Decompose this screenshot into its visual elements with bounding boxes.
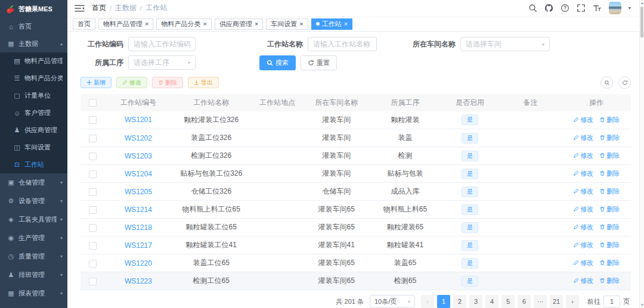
workstation-code-link[interactable]: WS1214 [125, 206, 152, 214]
page-button-5[interactable]: 5 [501, 295, 515, 308]
row-delete-link[interactable]: 删除 [599, 205, 620, 214]
row-delete-link[interactable]: 删除 [599, 133, 620, 142]
help-icon[interactable] [561, 4, 569, 13]
row-edit-link[interactable]: 修改 [573, 276, 593, 285]
add-button[interactable]: 新增 [80, 77, 112, 88]
select-all-checkbox[interactable] [89, 99, 97, 107]
workshop-select[interactable]: 请选择车间 ▾ [460, 37, 550, 51]
page-button-21[interactable]: 21 [550, 295, 563, 308]
page-button-3[interactable]: 3 [469, 295, 482, 308]
tab-物料产品管理[interactable]: 物料产品管理× [98, 18, 153, 30]
tab-物料产品分类[interactable]: 物料产品分类× [156, 18, 211, 30]
page-button-2[interactable]: 2 [453, 295, 466, 308]
export-button[interactable]: 导出 [188, 77, 219, 88]
sidebar-item-车间设置[interactable]: ◫车间设置 [0, 139, 67, 156]
tab-供应商管理[interactable]: 供应商管理× [215, 18, 263, 30]
sidebar-item-供应商管理[interactable]: ♟供应商管理 [0, 122, 67, 139]
row-delete-link[interactable]: 删除 [599, 276, 620, 285]
code-input[interactable] [128, 37, 196, 51]
page-button-6[interactable]: 6 [518, 295, 531, 308]
reset-button[interactable]: 重置 [301, 55, 337, 70]
scrollbar-thumb[interactable] [640, 7, 643, 38]
row-edit-link[interactable]: 修改 [573, 241, 593, 250]
github-icon[interactable] [544, 4, 553, 13]
tab-close-icon[interactable]: × [344, 21, 348, 27]
row-edit-link[interactable]: 修改 [573, 205, 593, 214]
row-edit-link[interactable]: 修改 [573, 151, 593, 160]
row-checkbox[interactable] [89, 278, 97, 285]
collapse-sidebar-icon[interactable] [75, 4, 85, 13]
name-input[interactable] [308, 37, 377, 51]
next-page-button[interactable]: › [566, 295, 579, 308]
sidebar-item-计量单位[interactable]: ▢计量单位 [0, 87, 67, 104]
sidebar-item-工作站[interactable]: ⊡工作站 [0, 156, 67, 173]
sidebar-item-仓储管理[interactable]: ▣仓储管理▾ [0, 173, 67, 192]
sidebar-item-物料产品分类[interactable]: ☰物料产品分类 [0, 70, 67, 87]
font-size-icon[interactable] [593, 4, 602, 13]
workstation-code-link[interactable]: WS1204 [125, 170, 152, 178]
page-button-4[interactable]: 4 [485, 295, 499, 308]
more-pages-button[interactable]: ··· [534, 295, 547, 308]
workstation-code-link[interactable]: WS1203 [125, 152, 152, 160]
edit-button[interactable]: 修改 [116, 77, 147, 88]
row-checkbox[interactable] [89, 206, 97, 214]
workstation-code-link[interactable]: WS1205 [125, 188, 152, 196]
row-delete-link[interactable]: 删除 [599, 187, 620, 196]
tab-close-icon[interactable]: × [145, 21, 148, 27]
delete-button[interactable]: 删除 [152, 77, 183, 88]
breadcrumb-home[interactable]: 首页 [92, 3, 106, 13]
row-delete-link[interactable]: 删除 [599, 223, 620, 232]
row-checkbox[interactable] [89, 116, 97, 124]
tab-close-icon[interactable]: × [255, 21, 258, 27]
sidebar-item-工装夹具管理[interactable]: ◈工装夹具管理▾ [0, 210, 67, 229]
sidebar-item-客户管理[interactable]: ☺客户管理 [0, 104, 67, 122]
workstation-code-link[interactable]: WS1217 [125, 241, 152, 250]
row-edit-link[interactable]: 修改 [573, 133, 593, 142]
sidebar-item-质量管理[interactable]: ◷质量管理▾ [0, 247, 67, 266]
scrollbar-down-arrow-icon[interactable]: ▼ [640, 302, 644, 308]
tab-工作站[interactable]: 工作站× [311, 18, 352, 30]
row-edit-link[interactable]: 修改 [573, 169, 593, 178]
row-checkbox[interactable] [89, 260, 97, 267]
scrollbar-up-arrow-icon[interactable]: ▲ [640, 0, 644, 6]
workstation-code-link[interactable]: WS1201 [125, 116, 152, 124]
row-checkbox[interactable] [89, 135, 97, 142]
page-scrollbar[interactable]: ▲ ▼ [639, 0, 644, 308]
row-delete-link[interactable]: 删除 [599, 116, 620, 125]
row-edit-link[interactable]: 修改 [573, 187, 593, 196]
fullscreen-icon[interactable] [577, 4, 586, 13]
row-edit-link[interactable]: 修改 [573, 223, 593, 232]
search-button[interactable]: 搜索 [259, 55, 296, 70]
table-search-toggle-button[interactable] [600, 76, 613, 89]
tab-close-icon[interactable]: × [203, 21, 206, 27]
tab-车间设置[interactable]: 车间设置× [266, 18, 308, 30]
prev-page-button[interactable]: ‹ [421, 295, 434, 308]
workstation-code-link[interactable]: WS1202 [125, 134, 152, 142]
page-button-1[interactable]: 1 [437, 295, 450, 308]
sidebar-item-设备管理[interactable]: ⚙设备管理▾ [0, 192, 67, 210]
row-checkbox[interactable] [89, 242, 97, 250]
row-checkbox[interactable] [89, 188, 97, 196]
workstation-code-link[interactable]: WS1218 [125, 223, 152, 232]
row-delete-link[interactable]: 删除 [599, 259, 620, 267]
workstation-code-link[interactable]: WS1220 [125, 259, 152, 267]
tab-close-icon[interactable]: × [299, 21, 303, 27]
row-checkbox[interactable] [89, 153, 97, 160]
page-size-select[interactable]: 10条/页 ▾ [370, 295, 415, 308]
sidebar-item-物料产品管理[interactable]: ▤物料产品管理 [0, 52, 67, 70]
row-edit-link[interactable]: 修改 [573, 259, 593, 267]
breadcrumb-master-data[interactable]: 主数据 [115, 3, 137, 13]
row-checkbox[interactable] [89, 224, 97, 232]
user-avatar[interactable] [609, 2, 621, 14]
process-select[interactable]: 请选择工序 ▾ [128, 55, 196, 70]
sidebar-item-报表管理[interactable]: ▦报表管理▾ [0, 284, 67, 303]
row-delete-link[interactable]: 删除 [599, 241, 620, 250]
table-refresh-button[interactable] [618, 76, 631, 89]
workstation-code-link[interactable]: WS1223 [125, 277, 152, 285]
row-edit-link[interactable]: 修改 [573, 116, 593, 125]
sidebar-item-排班管理[interactable]: ♟排班管理▾ [0, 266, 67, 284]
row-delete-link[interactable]: 删除 [599, 151, 620, 160]
goto-page-input[interactable] [603, 295, 620, 308]
row-checkbox[interactable] [89, 170, 97, 178]
sidebar-item-主数据[interactable]: ▦主数据▴ [0, 35, 67, 52]
